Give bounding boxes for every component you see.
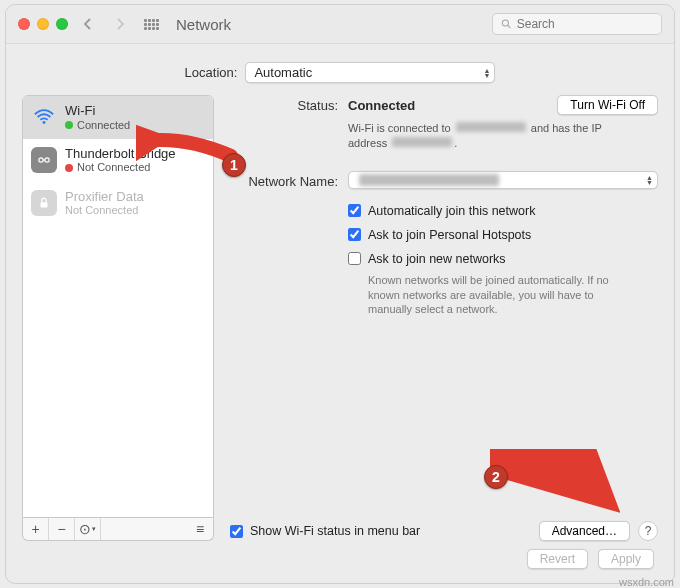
services-sidebar: Wi-Fi Connected Thunderbolt Bridge Not C… (22, 95, 214, 541)
service-actions-button[interactable]: ⊙▾ (75, 518, 101, 540)
svg-point-0 (502, 20, 508, 26)
search-icon (501, 18, 512, 30)
service-status: Not Connected (77, 161, 150, 174)
show-menubar-checkbox[interactable] (230, 525, 243, 538)
auto-join-checkbox[interactable] (348, 204, 361, 217)
forward-button[interactable] (108, 13, 132, 35)
minimize-window-button[interactable] (37, 18, 49, 30)
auto-join-label: Automatically join this network (368, 204, 535, 218)
back-button[interactable] (76, 13, 100, 35)
status-label: Status: (230, 95, 348, 113)
content-area: Wi-Fi Connected Thunderbolt Bridge Not C… (6, 95, 674, 555)
ask-hotspots-checkbox[interactable] (348, 228, 361, 241)
svg-line-1 (508, 25, 511, 28)
svg-point-4 (45, 158, 49, 162)
window-controls (18, 18, 68, 30)
add-service-button[interactable]: + (23, 518, 49, 540)
location-label: Location: (185, 65, 238, 80)
network-prefpane-window: Network Location: Automatic ▲▼ Wi-Fi (5, 4, 675, 584)
ask-new-networks-label: Ask to join new networks (368, 252, 506, 266)
network-name-dropdown[interactable]: ▲▼ (348, 171, 658, 189)
service-name: Proxifier Data (65, 189, 144, 205)
thunderbolt-icon (31, 147, 57, 173)
window-footer: Revert Apply (527, 549, 654, 569)
network-name-value (359, 174, 499, 186)
service-name: Wi-Fi (65, 103, 130, 119)
status-dot-connected (65, 121, 73, 129)
watermark: wsxdn.com (619, 576, 674, 588)
list-controls: + − ⊙▾ ≡ (22, 518, 214, 541)
service-proxifier-data[interactable]: Proxifier Data Not Connected (23, 182, 213, 225)
network-name-label: Network Name: (230, 171, 348, 189)
wifi-icon (31, 104, 57, 130)
location-row: Location: Automatic ▲▼ (6, 44, 674, 95)
service-status: Connected (77, 119, 130, 132)
service-thunderbolt-bridge[interactable]: Thunderbolt Bridge Not Connected (23, 139, 213, 182)
status-description: Wi-Fi is connected to and has the IP add… (348, 121, 608, 151)
advanced-button[interactable]: Advanced… (539, 521, 630, 541)
ask-new-networks-checkbox[interactable] (348, 252, 361, 265)
turn-wifi-off-button[interactable]: Turn Wi-Fi Off (557, 95, 658, 115)
revert-button[interactable]: Revert (527, 549, 588, 569)
status-dot-disconnected (65, 164, 73, 172)
svg-point-3 (39, 158, 43, 162)
titlebar: Network (6, 5, 674, 44)
chevron-up-down-icon: ▲▼ (483, 68, 490, 78)
ask-new-networks-hint: Known networks will be joined automatica… (348, 273, 618, 318)
grid-icon (144, 19, 160, 30)
search-input[interactable] (517, 17, 653, 31)
close-window-button[interactable] (18, 18, 30, 30)
detail-footer: Show Wi-Fi status in menu bar Advanced… … (230, 515, 658, 541)
chevron-up-down-icon: ▲▼ (646, 175, 653, 185)
status-value: Connected (348, 98, 415, 113)
zoom-window-button[interactable] (56, 18, 68, 30)
show-menubar-label: Show Wi-Fi status in menu bar (250, 524, 420, 538)
remove-service-button[interactable]: − (49, 518, 75, 540)
services-list[interactable]: Wi-Fi Connected Thunderbolt Bridge Not C… (22, 95, 214, 518)
help-button[interactable]: ? (638, 521, 658, 541)
service-wifi[interactable]: Wi-Fi Connected (23, 96, 213, 139)
apply-button[interactable]: Apply (598, 549, 654, 569)
show-all-button[interactable] (140, 13, 164, 35)
location-dropdown[interactable]: Automatic ▲▼ (245, 62, 495, 83)
detail-pane: Status: Connected Turn Wi-Fi Off Wi-Fi i… (230, 95, 658, 541)
service-name: Thunderbolt Bridge (65, 146, 176, 162)
svg-point-2 (43, 121, 46, 124)
search-field[interactable] (492, 13, 662, 35)
location-value: Automatic (254, 65, 312, 80)
service-status: Not Connected (65, 204, 138, 217)
ask-hotspots-label: Ask to join Personal Hotspots (368, 228, 531, 242)
reorder-handle[interactable]: ≡ (187, 518, 213, 540)
lock-icon (31, 190, 57, 216)
window-title: Network (176, 16, 231, 33)
svg-rect-6 (41, 202, 48, 207)
